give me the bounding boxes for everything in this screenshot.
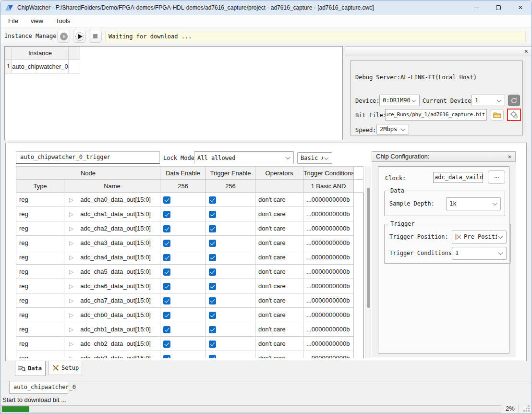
condition-cell[interactable]: ...0000000000b xyxy=(303,351,354,359)
maximize-button[interactable] xyxy=(487,0,509,15)
expand-arrow-icon[interactable]: ▷ xyxy=(69,240,73,246)
expand-arrow-icon[interactable]: ▷ xyxy=(69,254,73,261)
run-immediate-button[interactable] xyxy=(73,30,86,43)
operator-cell[interactable]: don't care xyxy=(255,193,303,207)
trigger-enable-checkbox[interactable] xyxy=(209,326,216,333)
operator-cell[interactable]: don't care xyxy=(255,265,303,279)
close-button[interactable]: × xyxy=(509,0,532,15)
operator-cell[interactable]: don't care xyxy=(255,337,303,351)
trigger-enable-checkbox[interactable] xyxy=(209,297,216,304)
expand-arrow-icon[interactable]: ▷ xyxy=(69,341,73,347)
data-enable-checkbox[interactable] xyxy=(163,326,170,333)
condition-cell[interactable]: ...0000000000b xyxy=(303,293,354,308)
trigger-enable-checkbox[interactable] xyxy=(209,283,216,290)
node-name-cell: adc_chb0_data_out[15:0] xyxy=(80,311,151,318)
logic-mode-select[interactable]: Basic AND xyxy=(297,152,332,164)
node-name-cell: adc_cha5_data_out[15:0] xyxy=(80,268,151,275)
condition-cell[interactable]: ...0000000000b xyxy=(303,193,354,207)
device-select[interactable]: 0:DR1M90 xyxy=(379,95,420,106)
operator-cell[interactable]: don't care xyxy=(255,250,303,265)
trigger-enable-checkbox[interactable] xyxy=(209,240,216,247)
condition-cell[interactable]: ...0000000000b xyxy=(303,250,354,265)
menu-file[interactable]: File xyxy=(5,16,21,25)
menu-tools[interactable]: Tools xyxy=(53,16,73,25)
clock-browse-button[interactable]: ... xyxy=(488,170,505,184)
run-button[interactable] xyxy=(57,30,70,43)
data-enable-checkbox[interactable] xyxy=(163,283,170,290)
expand-arrow-icon[interactable]: ▷ xyxy=(69,326,73,333)
operator-cell[interactable]: don't care xyxy=(255,308,303,322)
trigger-enable-checkbox[interactable] xyxy=(209,225,216,232)
data-enable-checkbox[interactable] xyxy=(163,341,170,348)
node-type-cell: reg xyxy=(16,308,64,322)
expand-arrow-icon[interactable]: ▷ xyxy=(69,268,73,275)
data-enable-checkbox[interactable] xyxy=(163,297,170,304)
condition-cell[interactable]: ...0000000000b xyxy=(303,265,354,279)
data-enable-checkbox[interactable] xyxy=(163,211,170,218)
program-device-button[interactable] xyxy=(507,109,521,121)
operator-cell[interactable]: don't care xyxy=(255,322,303,337)
data-enable-checkbox[interactable] xyxy=(163,254,170,261)
operator-cell[interactable]: don't care xyxy=(255,236,303,250)
condition-cell[interactable]: ...0000000000b xyxy=(303,221,354,236)
debug-dock-close-button[interactable]: × xyxy=(524,47,528,56)
expand-arrow-icon[interactable]: ▷ xyxy=(69,355,73,359)
condition-cell[interactable]: ...0000000000b xyxy=(303,207,354,221)
condition-cell[interactable]: ...0000000000b xyxy=(303,236,354,250)
tab-auto-chipwatcher-0[interactable]: auto_chipwatcher_0 xyxy=(9,381,68,394)
trigger-enable-checkbox[interactable] xyxy=(209,341,216,348)
resize-grip-icon[interactable] xyxy=(523,405,530,412)
play-icon xyxy=(75,32,84,41)
trigger-enable-checkbox[interactable] xyxy=(209,312,216,319)
lock-mode-select[interactable]: All allowed xyxy=(194,151,294,164)
operator-cell[interactable]: don't care xyxy=(255,293,303,308)
refresh-devices-button[interactable] xyxy=(508,95,520,106)
data-enable-checkbox[interactable] xyxy=(163,196,170,204)
data-enable-checkbox[interactable] xyxy=(163,312,170,319)
trigger-enable-checkbox[interactable] xyxy=(209,268,216,276)
trigger-tab[interactable]: auto_chipwatcher_0_trigger xyxy=(16,151,160,164)
condition-cell[interactable]: ...0000000000b xyxy=(303,337,354,351)
trigger-enable-checkbox[interactable] xyxy=(209,196,216,204)
trigger-enable-checkbox[interactable] xyxy=(209,211,216,218)
expand-arrow-icon[interactable]: ▷ xyxy=(69,196,73,203)
data-enable-checkbox[interactable] xyxy=(163,225,170,232)
expand-arrow-icon[interactable]: ▷ xyxy=(69,312,73,318)
operator-cell[interactable]: don't care xyxy=(255,279,303,293)
trigger-position-select[interactable]: Pre Position xyxy=(452,231,507,244)
data-enable-checkbox[interactable] xyxy=(163,355,170,358)
condition-cell[interactable]: ...0000000000b xyxy=(303,308,354,322)
instance-row[interactable]: 1 auto_chipwatcher_0 xyxy=(5,60,80,73)
data-enable-checkbox[interactable] xyxy=(163,240,170,247)
instance-name-cell[interactable]: auto_chipwatcher_0 xyxy=(12,60,69,73)
speed-select[interactable]: 2Mbps xyxy=(376,124,409,134)
scrollbar-thumb[interactable] xyxy=(367,188,370,308)
condition-cell[interactable]: ...0000000000b xyxy=(303,279,354,293)
trigger-table-scrollbar[interactable] xyxy=(365,166,371,358)
expand-arrow-icon[interactable]: ▷ xyxy=(69,225,73,232)
expand-arrow-icon[interactable]: ▷ xyxy=(69,211,73,218)
operator-cell[interactable]: don't care xyxy=(255,221,303,236)
tab-setup[interactable]: Setup xyxy=(48,361,82,375)
clock-input[interactable]: adc_data_vaild xyxy=(433,172,483,183)
current-device-select[interactable]: 1 xyxy=(472,95,505,106)
stop-button[interactable] xyxy=(89,30,102,43)
operator-cell[interactable]: don't care xyxy=(255,207,303,221)
trigger-enable-checkbox[interactable] xyxy=(209,254,216,261)
operator-cell[interactable]: don't care xyxy=(255,351,303,359)
open-bit-file-button[interactable] xyxy=(491,109,504,121)
expand-arrow-icon[interactable]: ▷ xyxy=(69,297,73,304)
trigger-conditions-select[interactable]: 1 xyxy=(452,247,507,260)
sample-depth-select[interactable]: 1k xyxy=(446,197,501,210)
node-type-cell: reg xyxy=(16,351,64,359)
bit-file-input[interactable]: ture_Runs/phy_1/ad7616_capture.bit xyxy=(385,109,487,121)
expand-arrow-icon[interactable]: ▷ xyxy=(69,283,73,290)
chip-config-close-button[interactable]: × xyxy=(508,152,511,162)
menu-view[interactable]: view xyxy=(28,16,46,25)
trigger-enable-checkbox[interactable] xyxy=(209,355,216,358)
data-enable-checkbox[interactable] xyxy=(163,268,170,276)
tab-data[interactable]: Data xyxy=(15,361,46,376)
condition-cell[interactable]: ...0000000000b xyxy=(303,322,354,337)
bit-file-label: Bit File: xyxy=(355,112,387,119)
minimize-button[interactable] xyxy=(465,0,487,15)
